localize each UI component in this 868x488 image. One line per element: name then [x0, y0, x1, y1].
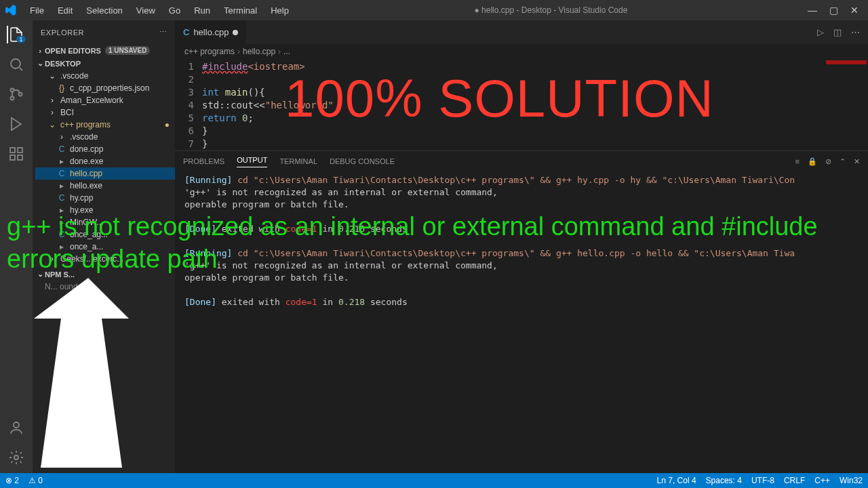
folder-geeksf-excerc-[interactable]: ›Geeksf...excerc... — [35, 253, 175, 265]
menu-terminal[interactable]: Terminal — [218, 3, 262, 18]
npm-body: N... ound. — [33, 281, 175, 293]
file-hy-cpp[interactable]: Chy.cpp — [35, 192, 175, 204]
panel-lock-icon[interactable]: 🔒 — [808, 157, 817, 166]
tree-item-label: BCI — [60, 108, 74, 117]
breadcrumbs[interactable]: c++ programs›hello.cpp›... — [175, 44, 868, 59]
extensions-icon[interactable] — [7, 145, 25, 163]
open-editors-header[interactable]: › OPEN EDITORS 1 UNSAVED — [33, 44, 175, 57]
menu-edit[interactable]: Edit — [52, 3, 78, 18]
svg-rect-5 — [18, 148, 22, 152]
tree-item-label: .vscode — [60, 71, 88, 81]
status-item[interactable]: Spaces: 4 — [706, 476, 742, 485]
minimap[interactable] — [821, 59, 868, 150]
status-item[interactable]: CRLF — [784, 476, 805, 485]
more-actions-icon[interactable]: ⋯ — [851, 27, 860, 37]
file-done-exe[interactable]: ▸done.exe — [35, 155, 175, 167]
run-debug-icon[interactable] — [7, 115, 25, 133]
status-item[interactable]: C++ — [814, 476, 830, 485]
account-icon[interactable] — [7, 419, 25, 436]
folder-c-programs[interactable]: ⌄c++ programs ● — [35, 119, 175, 131]
menu-help[interactable]: Help — [265, 3, 294, 18]
svg-rect-6 — [10, 155, 15, 160]
file-icon: ▸ — [57, 205, 66, 215]
source-control-icon[interactable] — [7, 85, 25, 103]
tree-item-label: hy.cpp — [70, 193, 93, 203]
chevron-right-icon: › — [47, 108, 57, 117]
file-hello-exe[interactable]: ▸hello.exe — [35, 180, 175, 192]
minimize-button[interactable]: — — [808, 5, 817, 16]
menu-view[interactable]: View — [131, 3, 161, 18]
code-lines[interactable]: #include<iostream> int main(){ std::cout… — [202, 60, 334, 150]
npm-label: NPM S... — [45, 270, 75, 279]
menu-go[interactable]: Go — [163, 3, 186, 18]
panel-tab-output[interactable]: OUTPUT — [237, 156, 267, 167]
split-editor-icon[interactable]: ◫ — [833, 27, 842, 37]
menu-run[interactable]: Run — [189, 3, 216, 18]
status-right: Ln 7, Col 4Spaces: 4UTF-8CRLFC++Win32 — [657, 476, 863, 485]
file-icon: C — [57, 230, 66, 239]
output-panel[interactable]: [Running] cd "c:\Users\Aman Tiwari\Conta… — [175, 171, 868, 473]
panel-filter-icon[interactable]: ≡ — [795, 157, 800, 166]
panel-clear-icon[interactable]: ⊘ — [825, 157, 831, 166]
sidebar-more-icon[interactable]: ⋯ — [159, 28, 167, 37]
file-icon: ▸ — [57, 242, 66, 251]
file-icon: C — [57, 169, 66, 178]
editor-area: C hello.cpp ▷ ◫ ⋯ c++ programs›hello.cpp… — [175, 20, 868, 473]
tree-item-label: c_cpp_properties.json — [70, 83, 149, 93]
vscode-logo-icon — [5, 5, 16, 16]
file-c-cpp-properties-json[interactable]: {}c_cpp_properties.json — [35, 82, 175, 94]
tree-item-label: c++ programs — [60, 120, 111, 129]
status-item[interactable]: UTF-8 — [751, 476, 774, 485]
tree-item-label: Geeksf...excerc... — [60, 254, 123, 264]
folder-aman-excelwork[interactable]: ›Aman_Excelwork — [35, 94, 175, 106]
svg-point-9 — [14, 455, 18, 460]
maximize-button[interactable]: ▢ — [829, 5, 838, 16]
chevron-right-icon: › — [35, 47, 45, 55]
menu-selection[interactable]: Selection — [81, 3, 127, 18]
modified-dot-icon: ● — [165, 120, 170, 129]
settings-gear-icon[interactable] — [7, 449, 25, 466]
folder--vscode[interactable]: ⌄.vscode — [35, 70, 175, 82]
chevron-down-icon: ⌄ — [35, 59, 45, 68]
tree-item-label: once_a... — [70, 242, 103, 251]
chevron-right-icon: › — [47, 254, 57, 264]
file-hello-cpp[interactable]: Chello.cpp — [35, 167, 175, 180]
gutter: 1234567 — [175, 60, 202, 150]
menu-file[interactable]: File — [24, 3, 50, 18]
workspace-root-header[interactable]: ⌄ DESKTOP — [33, 57, 175, 70]
close-button[interactable]: ✕ — [850, 5, 859, 16]
npm-header[interactable]: ⌄ NPM S... — [33, 268, 175, 281]
code-editor[interactable]: 1234567 #include<iostream> int main(){ s… — [175, 59, 868, 150]
panel-tab-problems[interactable]: PROBLEMS — [183, 157, 224, 165]
file-once-a-[interactable]: ▸once_a... — [35, 241, 175, 253]
chevron-down-icon: ⌄ — [47, 71, 57, 81]
status-item[interactable]: Win32 — [840, 476, 863, 485]
folder--vscode[interactable]: ›.vscode — [35, 131, 175, 143]
panel-tab-terminal[interactable]: TERMINAL — [279, 157, 317, 165]
file-done-cpp[interactable]: Cdone.cpp — [35, 143, 175, 155]
breadcrumb-item[interactable]: c++ programs — [184, 47, 235, 56]
status-item[interactable]: Ln 7, Col 4 — [657, 476, 696, 485]
status-item[interactable]: ⊗ 2 — [5, 476, 19, 485]
file-once-ag-[interactable]: Conce_ag... — [35, 228, 175, 241]
panel-close-icon[interactable]: ✕ — [854, 157, 860, 166]
chevron-down-icon: ⌄ — [35, 270, 45, 279]
breadcrumb-item[interactable]: ... — [283, 47, 290, 56]
chevron-right-icon: › — [57, 132, 66, 142]
search-icon[interactable] — [7, 56, 25, 73]
tree-item-label: done.exe — [70, 157, 103, 166]
tab-hello-cpp[interactable]: C hello.cpp — [175, 20, 247, 44]
panel-tab-debug-console[interactable]: DEBUG CONSOLE — [330, 157, 395, 165]
run-icon[interactable]: ▷ — [817, 27, 824, 37]
breadcrumb-item[interactable]: hello.cpp — [243, 47, 275, 56]
panel-maximize-icon[interactable]: ⌃ — [840, 157, 846, 166]
explorer-sidebar: EXPLORER ⋯ › OPEN EDITORS 1 UNSAVED ⌄ DE… — [33, 20, 175, 473]
window-controls: — ▢ ✕ — [808, 5, 863, 16]
status-item[interactable]: ⚠ 0 — [28, 476, 43, 485]
file-mingw-[interactable]: ▸MinGW... — [35, 216, 175, 228]
folder-bci[interactable]: ›BCI — [35, 106, 175, 119]
window-title: ● hello.cpp - Desktop - Visual Studio Co… — [294, 5, 808, 15]
explorer-icon[interactable]: 1 — [7, 26, 24, 43]
file-hy-exe[interactable]: ▸hy.exe — [35, 204, 175, 216]
svg-point-0 — [11, 59, 20, 68]
